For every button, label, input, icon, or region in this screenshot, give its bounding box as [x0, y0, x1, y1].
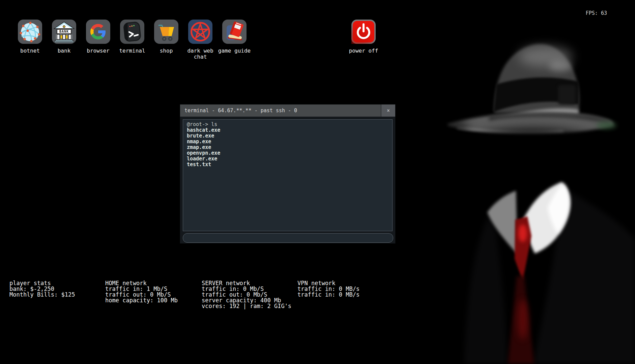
- icon-label-botnet: botnet: [13, 48, 47, 54]
- terminal-file-line: zmap.exe: [187, 145, 388, 150]
- pentagram-icon: [188, 20, 212, 44]
- fedora-hat-graphic: [428, 44, 620, 194]
- server-network-panel: SERVER network traffic in: 0 Mb/S traffi…: [202, 280, 291, 309]
- google-g-icon: [86, 20, 110, 44]
- desktop-background: { "hud": { "fps_label": "FPS: 63" }, "de…: [0, 0, 635, 364]
- power-icon: [351, 20, 376, 44]
- terminal-file-line: test.txt: [187, 162, 388, 168]
- desktop-icon-dark-web-chat[interactable]: dark web chat: [188, 20, 212, 63]
- terminal-file-line: loader.exe: [187, 156, 388, 162]
- icon-label-dark-web-chat: dark web chat: [183, 48, 217, 60]
- desktop-icon-shop[interactable]: shop: [154, 20, 178, 63]
- desktop-icon-bank[interactable]: BANK bank: [52, 20, 76, 63]
- desktop-icon-terminal[interactable]: terminal: [120, 20, 144, 63]
- terminal-output: @root-> ls hashcat.exe brute.exe nmap.ex…: [183, 119, 393, 231]
- desktop-icon-game-guide[interactable]: game guide: [222, 20, 247, 63]
- icon-label-browser: browser: [81, 48, 115, 54]
- shopping-cart-icon: [154, 20, 178, 44]
- player-monthly-bills: Monthly Bills: $125: [9, 292, 75, 298]
- icon-label-shop: shop: [149, 48, 183, 54]
- terminal-window: terminal - 64.67.**.** - past ssh - 0 × …: [180, 104, 396, 244]
- red-book-icon: [222, 20, 247, 44]
- icon-label-bank: bank: [47, 48, 81, 54]
- terminal-prompt-line: @root-> ls: [187, 122, 388, 127]
- terminal-title: terminal - 64.67.**.** - past ssh - 0: [180, 108, 297, 114]
- desktop-icon-botnet[interactable]: botnet: [18, 20, 42, 63]
- globe-network-icon: [18, 20, 42, 44]
- terminal-command-input[interactable]: [183, 233, 393, 243]
- vpn-network-panel: VPN network traffic in: 0 MB/s traffic i…: [297, 280, 359, 298]
- server-vcores-ram: vcores: 192 | ram: 2 GIG's: [202, 303, 291, 309]
- home-capacity: home capacity: 100 Mb: [105, 298, 178, 303]
- terminal-file-line: openvpn.exe: [187, 150, 388, 156]
- desktop-icon-browser[interactable]: browser: [86, 20, 110, 63]
- fps-counter: FPS: 63: [586, 10, 607, 16]
- terminal-titlebar[interactable]: terminal - 64.67.**.** - past ssh - 0 ×: [180, 104, 395, 117]
- desktop-icon-row: botnet BANK bank: [18, 20, 247, 63]
- terminal-file-line: brute.exe: [187, 133, 388, 139]
- icon-label-game-guide: game guide: [218, 48, 251, 54]
- close-button[interactable]: ×: [381, 104, 395, 117]
- player-stats-panel: player stats bank: $-2,250 Monthly Bills…: [9, 280, 75, 298]
- terminal-file-line: nmap.exe: [187, 139, 388, 145]
- home-network-panel: HOME network traffic in: 1 Mb/S traffic …: [105, 280, 178, 303]
- svg-text:BANK: BANK: [59, 30, 69, 33]
- vpn-traffic-in-2: traffic in: 0 MB/s: [297, 292, 359, 298]
- terminal-prompt-icon: [120, 20, 144, 44]
- background-figure-silhouette: [388, 0, 635, 364]
- icon-label-terminal: terminal: [115, 48, 149, 54]
- bank-building-icon: BANK: [52, 20, 76, 44]
- desktop-icon-power-off[interactable]: power off: [351, 20, 376, 63]
- terminal-file-line: hashcat.exe: [187, 127, 388, 133]
- icon-label-power-off: power off: [347, 48, 380, 54]
